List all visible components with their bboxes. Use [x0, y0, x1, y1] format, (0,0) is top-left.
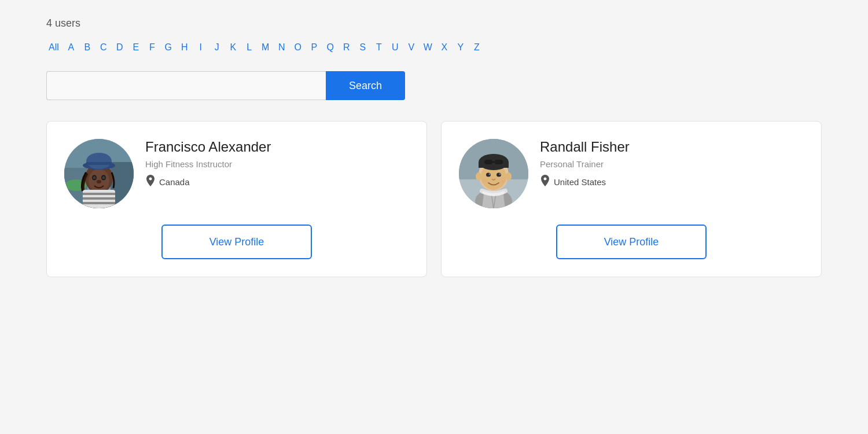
- search-button[interactable]: Search: [326, 71, 405, 100]
- alphabet-link-t[interactable]: T: [373, 41, 385, 54]
- user-card-1: Randall Fisher Personal Trainer United S…: [441, 121, 822, 277]
- alphabet-link-n[interactable]: N: [275, 41, 288, 54]
- search-input[interactable]: [46, 71, 326, 100]
- user-location-text-1: United States: [554, 177, 606, 187]
- alphabet-link-z[interactable]: Z: [470, 41, 483, 54]
- card-top-1: Randall Fisher Personal Trainer United S…: [459, 139, 804, 208]
- alphabet-link-g[interactable]: G: [162, 41, 175, 54]
- alphabet-link-j[interactable]: J: [211, 41, 223, 54]
- svg-point-34: [489, 174, 491, 175]
- alphabet-link-e[interactable]: E: [130, 41, 142, 54]
- alphabet-link-o[interactable]: O: [292, 41, 304, 54]
- alphabet-link-p[interactable]: P: [308, 41, 321, 54]
- alphabet-link-c[interactable]: C: [97, 41, 110, 54]
- user-name-1: Randall Fisher: [540, 139, 804, 156]
- alphabet-link-x[interactable]: X: [438, 41, 451, 54]
- alphabet-link-d[interactable]: D: [113, 41, 126, 54]
- alphabet-link-s[interactable]: S: [356, 41, 369, 54]
- svg-point-12: [102, 176, 105, 179]
- location-icon-1: [540, 175, 550, 189]
- user-card-0: Francisco Alexander High Fitness Instruc…: [46, 121, 427, 277]
- view-profile-button-1[interactable]: View Profile: [556, 225, 707, 259]
- user-location-0: Canada: [145, 175, 409, 189]
- alphabet-link-all[interactable]: All: [46, 41, 61, 54]
- user-location-text-0: Canada: [159, 177, 190, 187]
- alphabet-link-l[interactable]: L: [243, 41, 256, 54]
- svg-rect-29: [484, 160, 492, 164]
- avatar-1: [459, 139, 528, 208]
- search-bar: Search: [46, 71, 405, 100]
- alphabet-link-b[interactable]: B: [81, 41, 94, 54]
- user-info-0: Francisco Alexander High Fitness Instruc…: [145, 139, 409, 189]
- svg-point-39: [506, 172, 512, 181]
- avatar-0: [64, 139, 134, 208]
- svg-point-35: [499, 174, 501, 175]
- svg-point-11: [93, 176, 96, 179]
- svg-rect-30: [495, 160, 503, 164]
- user-location-1: United States: [540, 175, 804, 189]
- alphabet-link-a[interactable]: A: [65, 41, 78, 54]
- svg-point-15: [86, 153, 112, 169]
- alphabet-link-i[interactable]: I: [194, 41, 207, 54]
- alphabet-link-f[interactable]: F: [146, 41, 159, 54]
- location-icon-0: [145, 175, 156, 189]
- svg-rect-18: [83, 193, 115, 195]
- alphabet-link-r[interactable]: R: [340, 41, 353, 54]
- alphabet-link-m[interactable]: M: [259, 41, 272, 54]
- alphabet-link-q[interactable]: Q: [324, 41, 337, 54]
- svg-rect-16: [86, 162, 112, 165]
- user-role-0: High Fitness Instructor: [145, 159, 409, 169]
- alphabet-nav: AllABCDEFGHIJKLMNOPQRSTUVWXYZ: [46, 41, 822, 54]
- svg-rect-31: [492, 161, 495, 163]
- svg-rect-20: [83, 202, 115, 204]
- svg-rect-19: [83, 197, 115, 200]
- alphabet-link-h[interactable]: H: [178, 41, 191, 54]
- alphabet-link-v[interactable]: V: [405, 41, 418, 54]
- user-role-1: Personal Trainer: [540, 159, 804, 169]
- view-profile-button-0[interactable]: View Profile: [161, 225, 312, 259]
- alphabet-link-y[interactable]: Y: [454, 41, 467, 54]
- user-name-0: Francisco Alexander: [145, 139, 409, 156]
- alphabet-link-u[interactable]: U: [389, 41, 402, 54]
- card-top-0: Francisco Alexander High Fitness Instruc…: [64, 139, 409, 208]
- svg-point-13: [97, 180, 101, 183]
- user-info-1: Randall Fisher Personal Trainer United S…: [540, 139, 804, 189]
- user-count: 4 users: [46, 17, 822, 30]
- alphabet-link-k[interactable]: K: [227, 41, 240, 54]
- alphabet-link-w[interactable]: W: [421, 41, 435, 54]
- svg-rect-28: [479, 162, 509, 168]
- user-cards-grid: Francisco Alexander High Fitness Instruc…: [46, 121, 822, 277]
- svg-point-38: [476, 172, 481, 181]
